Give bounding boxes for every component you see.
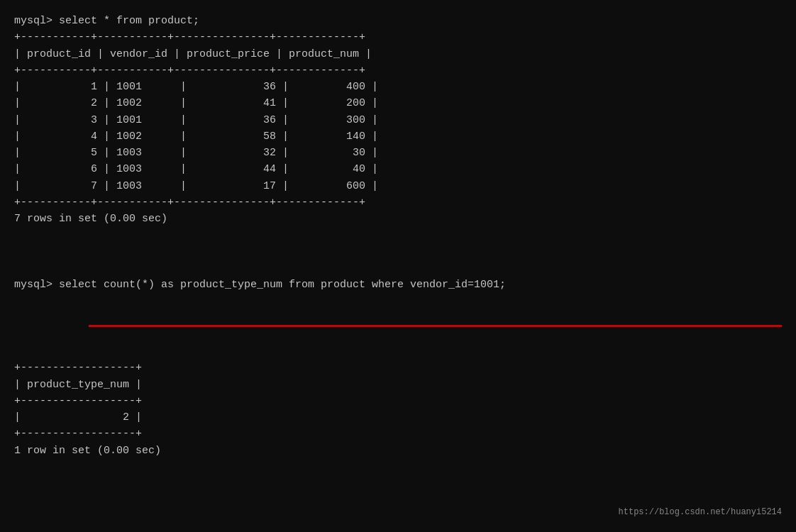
header2-line: | product_type_num | <box>14 377 782 393</box>
divider3-line: +-----------+-----------+---------------… <box>14 194 782 211</box>
query2-line: mysql> select count(*) as product_type_n… <box>14 277 782 293</box>
row2-line: | 2 | 1002 | 41 | 200 | <box>14 95 782 111</box>
divider4-line: +------------------+ <box>14 360 782 376</box>
terminal: mysql> select * from product; +---------… <box>14 13 782 525</box>
row5-line: | 5 | 1003 | 32 | 30 | <box>14 145 782 161</box>
header-line: | product_id | vendor_id | product_price… <box>14 46 782 62</box>
blank-line <box>14 227 782 243</box>
query1-line: mysql> select * from product; <box>14 13 782 29</box>
query2-block: mysql> select count(*) as product_type_n… <box>14 244 782 360</box>
divider5-line: +------------------+ <box>14 393 782 409</box>
divider6-line: +------------------+ <box>14 426 782 442</box>
rowcount2-line: 1 row in set (0.00 sec) <box>14 443 782 459</box>
divider2-line: +-----------+-----------+---------------… <box>14 62 782 79</box>
row8-line: | 2 | <box>14 409 782 426</box>
red-underline <box>89 325 782 327</box>
rowcount1-line: 7 rows in set (0.00 sec) <box>14 211 782 227</box>
row1-line: | 1 | 1001 | 36 | 400 | <box>14 79 782 95</box>
row7-line: | 7 | 1003 | 17 | 600 | <box>14 178 782 194</box>
watermark: https://blog.csdn.net/huanyi5214 <box>619 506 782 519</box>
divider1-line: +-----------+-----------+---------------… <box>14 29 782 45</box>
row3-line: | 3 | 1001 | 36 | 300 | <box>14 112 782 128</box>
row4-line: | 4 | 1002 | 58 | 140 | <box>14 128 782 145</box>
row6-line: | 6 | 1003 | 44 | 40 | <box>14 161 782 177</box>
